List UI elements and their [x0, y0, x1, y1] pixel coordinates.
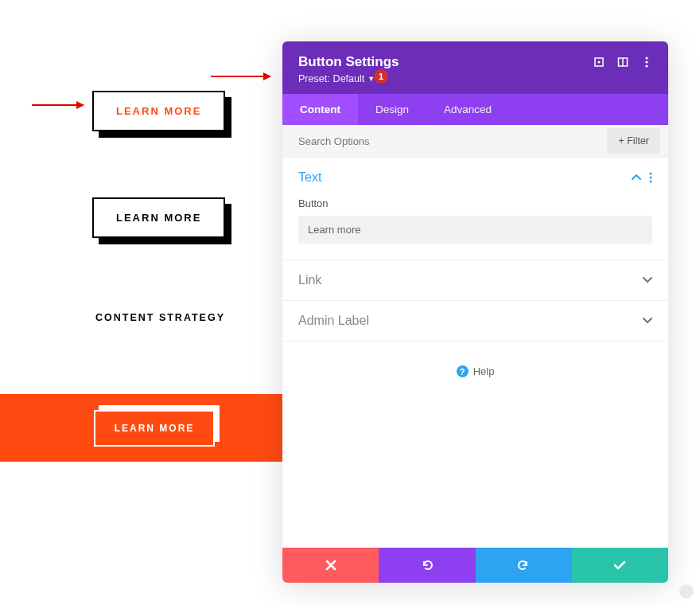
preset-value: Default	[333, 73, 365, 84]
action-bar	[282, 548, 668, 583]
svg-point-1	[598, 61, 601, 64]
resize-handle[interactable]	[679, 584, 694, 599]
section-link: Link	[282, 260, 668, 301]
section-admin-label: Admin Label	[282, 301, 668, 342]
redo-icon	[517, 560, 530, 571]
redo-button[interactable]	[476, 548, 572, 583]
preview-button-2-wrap: LEARN MORE	[92, 197, 225, 238]
filter-label: Filter	[627, 135, 649, 146]
tab-advanced[interactable]: Advanced	[426, 94, 509, 125]
svg-point-4	[645, 57, 648, 59]
button-text-input[interactable]	[298, 216, 652, 244]
section-link-title: Link	[298, 273, 321, 287]
annotation-arrow-1	[32, 104, 84, 106]
panel-header: Button Settings Preset: Default ▼	[282, 41, 668, 94]
section-admin-title: Admin Label	[298, 314, 369, 328]
svg-point-7	[650, 173, 652, 175]
expand-icon[interactable]	[593, 57, 605, 68]
content-strategy-label: CONTENT STRATEGY	[95, 312, 225, 323]
save-button[interactable]	[572, 548, 668, 583]
check-icon	[613, 560, 626, 570]
preview-button-3-wrap: LEARN MORE	[94, 410, 216, 447]
orange-banner: LEARN MORE	[0, 394, 309, 462]
section-text-header[interactable]: Text	[282, 158, 668, 197]
svg-point-8	[650, 177, 652, 179]
section-link-header[interactable]: Link	[282, 260, 668, 300]
columns-icon[interactable]	[617, 57, 628, 68]
search-row: + Filter	[282, 125, 668, 158]
undo-icon	[421, 560, 434, 571]
close-icon	[325, 560, 336, 571]
help-icon: ?	[457, 365, 469, 377]
tab-design[interactable]: Design	[358, 94, 426, 125]
button-field-label: Button	[298, 197, 652, 209]
help-label: Help	[473, 365, 495, 377]
section-text: Text Button	[282, 158, 668, 260]
preview-button-3[interactable]: LEARN MORE	[94, 410, 216, 447]
svg-point-9	[650, 181, 652, 183]
svg-point-5	[645, 60, 648, 63]
filter-button[interactable]: + Filter	[607, 128, 660, 154]
section-admin-header[interactable]: Admin Label	[282, 301, 668, 341]
tab-content[interactable]: Content	[282, 94, 358, 125]
preset-label: Preset:	[298, 73, 330, 84]
settings-panel: Button Settings Preset: Default ▼ Conten…	[282, 41, 668, 583]
undo-button[interactable]	[379, 548, 475, 583]
cancel-button[interactable]	[282, 548, 379, 583]
annotation-arrow-2	[211, 76, 270, 77]
annotation-badge-1: 1	[374, 69, 388, 84]
chevron-down-icon	[643, 318, 652, 324]
more-icon[interactable]	[641, 57, 652, 68]
chevron-up-icon	[632, 174, 641, 181]
section-text-title: Text	[298, 170, 321, 185]
svg-point-6	[645, 64, 648, 67]
preview-button-1-wrap: LEARN MORE	[92, 91, 225, 131]
chevron-down-icon	[643, 277, 652, 283]
search-input[interactable]	[282, 126, 607, 157]
panel-body: Text Button Link	[282, 158, 668, 548]
preview-button-2[interactable]: LEARN MORE	[92, 197, 225, 238]
preview-button-1[interactable]: LEARN MORE	[92, 91, 225, 131]
tabs: Content Design Advanced	[282, 94, 668, 125]
panel-title: Button Settings	[298, 54, 399, 70]
preset-selector[interactable]: Preset: Default ▼	[298, 73, 652, 84]
section-more-icon[interactable]	[649, 172, 652, 183]
help-row[interactable]: ? Help	[282, 342, 668, 401]
